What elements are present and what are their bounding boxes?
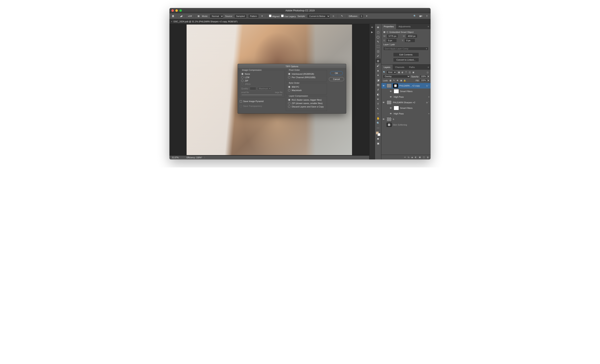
pixel-interleaved-radio[interactable]: Interleaved (RGBRGB) [288,73,325,75]
filter-toggle-icon[interactable]: ◻ [426,71,429,74]
link-layers-icon[interactable]: ⇔ [404,156,406,159]
crop-tool-icon[interactable]: ⛶ [375,44,381,49]
cancel-button[interactable]: Cancel [329,77,344,81]
byte-mac-radio[interactable]: Macintosh [288,89,325,92]
eyedropper-tool-icon[interactable]: ✐ [375,54,381,58]
new-group-icon[interactable]: ▣ [419,156,421,159]
filter-pixels-icon[interactable]: ▦ [397,71,400,74]
status-chevron-icon[interactable]: 〉 [204,156,206,159]
filter-options-icon[interactable]: ≡ [428,96,429,98]
layer-row[interactable]: 👁h [381,116,431,122]
compression-zip-radio[interactable]: ZIP [241,80,282,82]
use-legacy-checkbox[interactable]: Use Legacy [281,15,296,18]
sample-select[interactable]: Current & Below [307,14,330,18]
quick-mask-icon[interactable]: ◙ [375,136,381,141]
layer-zip-radio[interactable]: ZIP (slower saves, smaller files) [288,102,325,104]
filter-options-icon[interactable]: ≡ [428,113,429,115]
color-swatches[interactable] [376,131,380,136]
pixel-per-channel-radio[interactable]: Per Channel (RRGGBB) [288,76,325,79]
layer-row[interactable]: Skin Softening [381,122,431,128]
diffusion-value[interactable]: 5 [359,14,363,18]
compression-none-radio[interactable]: None [241,73,282,75]
save-pyramid-checkbox[interactable]: Save Image Pyramid [240,100,284,103]
blend-mode-select[interactable]: Overlay [383,75,410,78]
filter-type-icon[interactable]: T [405,71,407,74]
source-pattern-button[interactable]: Pattern [248,14,259,18]
marquee-tool-icon[interactable]: ▢ [375,30,381,34]
pressure-icon[interactable]: ✎ [340,14,344,18]
screen-mode-icon[interactable]: ▣ [375,141,381,146]
brush-preview-icon[interactable]: •28▾ [188,14,192,18]
lock-pixels-icon[interactable]: ▦ [389,79,392,82]
layer-row[interactable]: 👁High Pass≡ [381,111,431,116]
tab-paths[interactable]: Paths [407,65,417,70]
lasso-tool-icon[interactable]: ◯ [375,35,381,39]
visibility-icon[interactable]: 👁 [390,112,393,115]
zoom-level[interactable]: 31.07% [172,157,178,159]
opacity-value[interactable]: 100% [420,75,427,78]
shape-tool-icon[interactable]: ○ [375,111,381,116]
lock-artboard-icon[interactable]: ▣ [400,79,403,82]
source-sampled-button[interactable]: Sampled [234,14,247,18]
ignore-adjustment-icon[interactable]: ⦸ [332,14,335,18]
visibility-icon[interactable]: 👁 [390,107,393,109]
lock-position-icon[interactable]: ✥ [396,79,399,82]
home-icon[interactable] [171,15,175,18]
fill-value[interactable]: 100% [420,79,427,82]
filters-collapse-icon[interactable]: ◎ ˄ [426,102,429,103]
layer-discard-radio[interactable]: Discard Layers and Save a Copy [288,105,325,108]
search-icon[interactable]: 🔍 [413,14,417,18]
clone-stamp-tool-icon[interactable]: ▲ [375,68,381,73]
close-window-icon[interactable] [171,9,174,12]
tab-properties[interactable]: Properties [381,24,396,29]
compression-lzw-radio[interactable]: LZW [241,76,282,79]
history-brush-tool-icon[interactable]: ✦ [375,73,381,77]
add-mask-icon[interactable]: ◙ [412,156,413,159]
mode-select[interactable]: Normal [210,14,224,18]
gradient-tool-icon[interactable]: ▤ [375,83,381,87]
actions-panel-icon[interactable]: ▶ [370,31,374,34]
path-select-tool-icon[interactable]: ↖ [375,106,381,111]
width-value[interactable]: 5775 px [387,35,398,38]
ok-button[interactable]: OK [330,71,343,75]
height-value[interactable]: 4558 px [406,35,417,38]
blur-tool-icon[interactable]: ∂ [375,87,381,92]
edit-contents-button[interactable]: Edit Contents [393,52,419,57]
y-value[interactable]: 0 px [405,39,415,42]
lock-paint-icon[interactable]: ✎ [393,79,395,82]
document-tab[interactable]: DSC_1624.psb @ 31.1% (PHLEARN Sharpen +2… [173,20,237,23]
tool-preset-icon[interactable]: ◢▾ [180,14,183,18]
lock-all-icon[interactable]: 🔒 [403,79,406,82]
filters-collapse-icon[interactable]: ◎ ˄ [426,85,429,87]
brush-tool-icon[interactable]: 🖌 [375,63,381,68]
edit-toolbar-icon[interactable]: ⋯ [375,126,381,130]
move-tool-icon[interactable]: ✥ [375,25,381,29]
healing-brush-tool-icon[interactable]: ◍ [375,59,381,63]
layer-comp-select[interactable]: Don't Apply Layer Comp [383,47,429,50]
tab-close-icon[interactable]: × [171,20,172,23]
aligned-checkbox[interactable]: Aligned [269,15,280,18]
filter-smart-icon[interactable]: ▣ [412,71,415,74]
new-layer-icon[interactable]: ◫ [423,156,425,159]
byte-ibm-radio[interactable]: IBM PC [288,86,325,88]
eraser-tool-icon[interactable]: ◪ [375,78,381,82]
delete-layer-icon[interactable]: 🗑 [427,156,429,159]
hand-tool-icon[interactable]: ✋ [375,116,381,121]
visibility-icon[interactable]: 👁 [383,118,385,121]
frame-tool-icon[interactable]: ◫ [375,49,381,53]
workspace-icon[interactable]: ▣▾ [419,14,422,18]
quick-select-tool-icon[interactable]: ✎ [375,39,381,44]
layer-row[interactable]: 👁High Pass≡ [381,94,431,100]
type-tool-icon[interactable]: T [375,102,381,106]
layer-rle-radio[interactable]: RLE (faster saves, bigger files) [288,99,325,101]
minimize-window-icon[interactable] [175,9,178,12]
tab-layers[interactable]: Layers [381,65,393,70]
pattern-swatch-icon[interactable]: ▾ [260,14,264,18]
brush-panel-icon[interactable]: ▦ [197,14,200,18]
x-value[interactable]: 0 px [386,39,396,42]
diffusion-stepper-icon[interactable]: ▾ [365,14,369,18]
layer-row[interactable]: 👁PHLEARN ...+2 copy◎ ˄ [381,83,431,89]
visibility-icon[interactable]: 👁 [383,101,385,104]
convert-to-linked-button[interactable]: Convert to Linked... [393,58,419,62]
layer-row[interactable]: 👁Smart Filters [381,89,431,94]
